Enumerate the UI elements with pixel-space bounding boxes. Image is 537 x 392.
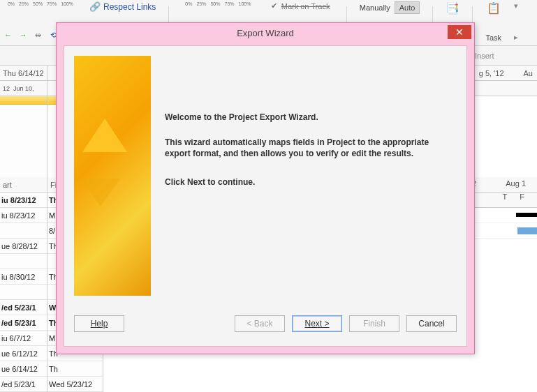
calendar-icon[interactable]: 📑 <box>446 1 459 15</box>
summary-bar <box>516 213 537 217</box>
dialog-body: Welcome to the Project Export Wizard. Th… <box>64 45 467 347</box>
date-cell[interactable]: ue 6/12/12 <box>0 346 47 361</box>
clipboard-icon[interactable]: 📋 <box>487 1 501 15</box>
date-cell[interactable] <box>0 223 47 239</box>
dialog-button-row: Help < Back Next > Finish Cancel <box>74 315 457 332</box>
wizard-click-next: Click Next to continue. <box>165 176 457 188</box>
finish-button: Finish <box>349 315 399 332</box>
export-wizard-dialog: Export Wizard ✕ Welcome to the Project E… <box>56 22 475 354</box>
date-cell[interactable]: Th <box>47 361 103 377</box>
split-icon[interactable]: ⇹ <box>35 31 46 42</box>
arrow-right-icon[interactable]: → <box>20 31 31 42</box>
date-cell[interactable]: ue 8/28/12 <box>0 239 47 254</box>
cancel-button[interactable]: Cancel <box>406 315 457 332</box>
more-group: ▾ ▸ <box>514 1 518 42</box>
date-cell[interactable] <box>0 285 47 300</box>
wizard-welcome: Welcome to the Project Export Wizard. <box>165 112 457 123</box>
timeline-header: Thu 6/14/12 <box>0 66 47 81</box>
date-cell[interactable]: iu 6/7/12 <box>0 331 47 346</box>
dialog-title: Export Wizard <box>237 28 294 38</box>
date-cell[interactable]: Wed 5/23/12 <box>47 377 103 392</box>
date-cell[interactable]: /ed 5/23/1 <box>0 315 47 331</box>
chevron-right-icon[interactable]: ▸ <box>514 33 518 42</box>
auto-button[interactable]: Auto <box>395 1 420 14</box>
wizard-image <box>74 56 151 296</box>
date-cell[interactable]: /ed 5/23/1 <box>0 377 47 392</box>
arrow-left-icon[interactable]: ← <box>4 31 15 42</box>
zoom-label: 0% <box>8 1 15 6</box>
manually-button[interactable]: Manually <box>360 3 390 12</box>
date-cell[interactable]: ue 6/14/12 <box>0 361 47 377</box>
wizard-text: Welcome to the Project Export Wizard. Th… <box>165 56 457 304</box>
date-cell[interactable]: iu 8/30/12 <box>0 269 47 285</box>
close-button[interactable]: ✕ <box>448 25 471 39</box>
date-cell[interactable] <box>0 254 47 269</box>
column-header-start[interactable]: art <box>0 177 47 193</box>
date-cell[interactable]: iu 8/23/12 <box>0 193 47 208</box>
help-button[interactable]: Help <box>74 315 124 332</box>
check-icon[interactable]: ✔ <box>271 1 277 10</box>
gantt-bar <box>0 96 47 105</box>
start-column: Thu 6/14/12 12 Jun 10, art iu 8/23/12 iu… <box>0 66 47 392</box>
wizard-description: This wizard automatically maps fields in… <box>165 137 457 159</box>
close-icon: ✕ <box>455 26 464 38</box>
date-cell[interactable]: /ed 5/23/1 <box>0 300 47 315</box>
task-bar <box>517 227 537 234</box>
task-group: 📋 Task <box>485 1 501 42</box>
next-button[interactable]: Next > <box>292 315 342 332</box>
chain-icon[interactable]: 🔗 <box>89 1 101 12</box>
chevron-down-icon[interactable]: ▾ <box>514 1 518 10</box>
date-cell[interactable]: iu 8/23/12 <box>0 208 47 223</box>
dialog-titlebar[interactable]: Export Wizard ✕ <box>57 23 474 43</box>
back-button: < Back <box>235 315 285 332</box>
